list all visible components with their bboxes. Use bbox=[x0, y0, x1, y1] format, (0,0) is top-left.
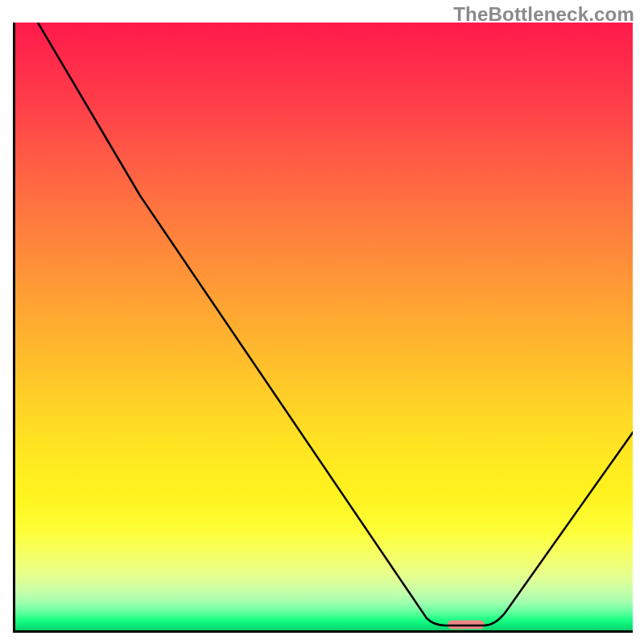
chart-svg bbox=[15, 23, 633, 630]
plot-area bbox=[13, 23, 633, 633]
bottleneck-curve bbox=[38, 23, 633, 625]
chart-canvas: TheBottleneck.com bbox=[0, 0, 644, 644]
